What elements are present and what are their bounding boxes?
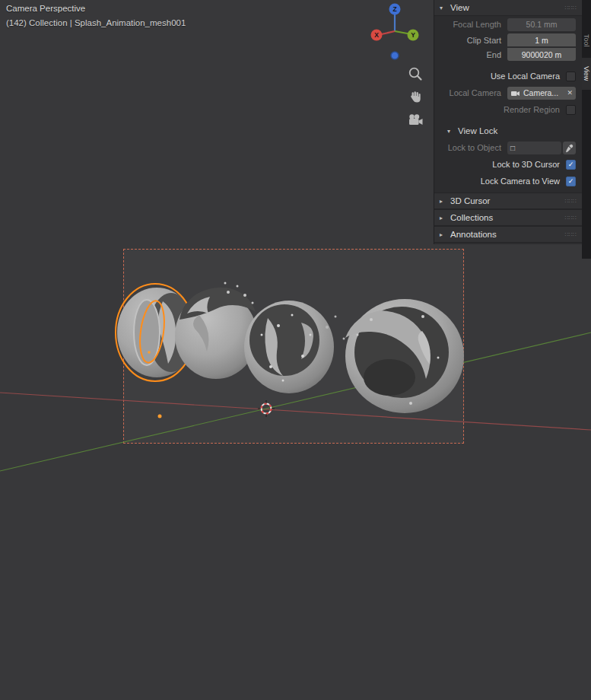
panel-drag-grip-icon[interactable]: ∷∷∷ <box>565 231 577 238</box>
view-lock-title: View Lock <box>458 126 497 135</box>
focal-length-label: Focal Length <box>440 20 501 29</box>
use-local-camera-checkbox[interactable] <box>566 72 576 81</box>
clip-end-label: End <box>440 50 501 59</box>
collections-panel-title: Collections <box>450 213 493 222</box>
panel-closed-icon: ▸ <box>440 198 446 205</box>
focal-length-field[interactable]: 50.1 mm <box>507 18 576 31</box>
camera-data-icon <box>510 89 520 97</box>
render-region-checkbox[interactable] <box>566 105 576 115</box>
lock-to-3d-cursor-row: Lock to 3D Cursor ✓ <box>434 156 582 173</box>
check-icon: ✓ <box>568 178 574 185</box>
annotations-panel-header[interactable]: ▸ Annotations ∷∷∷ <box>434 226 582 243</box>
n-panel-sidebar: ▾ View ∷∷∷ Focal Length 50.1 mm Clip Sta… <box>434 0 582 244</box>
navigation-gizmo[interactable]: Z X Y <box>369 2 422 64</box>
eyedropper-icon <box>564 143 574 153</box>
local-camera-value: Camera... <box>523 88 564 97</box>
render-region-label: Render Region <box>440 105 560 114</box>
tab-view[interactable]: View <box>582 58 591 90</box>
camera-frame-border[interactable] <box>123 249 464 444</box>
3d-cursor-panel-header[interactable]: ▸ 3D Cursor ∷∷∷ <box>434 192 582 209</box>
active-object-label: (142) Collection | Splash_Animation_mesh… <box>6 16 186 30</box>
clip-end-field[interactable]: 9000020 m <box>507 48 576 61</box>
3d-cursor-panel-title: 3D Cursor <box>450 196 490 205</box>
tab-view-label: View <box>583 66 590 81</box>
clip-start-field[interactable]: 1 m <box>507 33 576 46</box>
local-camera-row: Local Camera Camera... ✕ <box>434 84 582 101</box>
zoom-icon[interactable] <box>407 65 424 82</box>
lock-camera-to-view-checkbox[interactable]: ✓ <box>566 177 576 186</box>
panel-closed-icon: ▸ <box>440 215 446 221</box>
use-local-camera-row: Use Local Camera <box>434 68 582 84</box>
gizmo-x-label: X <box>374 31 379 39</box>
lock-to-3d-cursor-checkbox[interactable]: ✓ <box>566 160 576 170</box>
viewport-controls <box>407 65 424 129</box>
object-placeholder-icon: □ <box>510 144 515 152</box>
lock-to-3d-cursor-label: Lock to 3D Cursor <box>440 160 560 169</box>
local-camera-label: Local Camera <box>440 88 501 97</box>
view-panel-header[interactable]: ▾ View ∷∷∷ <box>434 0 582 16</box>
local-camera-field[interactable]: Camera... ✕ <box>507 87 576 100</box>
lock-to-object-label: Lock to Object <box>440 143 501 152</box>
gizmo-negative-z-axis[interactable] <box>391 52 399 59</box>
use-local-camera-label: Use Local Camera <box>440 72 560 81</box>
clear-icon[interactable]: ✕ <box>567 89 573 97</box>
tab-tool-label: Tool <box>583 34 590 47</box>
viewport-header-text: Camera Perspective (142) Collection | Sp… <box>6 2 186 30</box>
clip-start-label: Clip Start <box>440 36 501 45</box>
panel-closed-icon: ▸ <box>440 231 446 238</box>
pan-hand-icon[interactable] <box>407 89 424 106</box>
lock-to-object-row: Lock to Object □ <box>434 139 582 156</box>
clip-end-row: End 9000020 m <box>434 47 582 62</box>
eyedropper-button[interactable] <box>563 142 576 154</box>
focal-length-row: Focal Length 50.1 mm <box>434 16 582 33</box>
gizmo-y-label: Y <box>411 31 415 39</box>
view-lock-subpanel-header[interactable]: ▾ View Lock <box>434 123 582 139</box>
render-region-row: Render Region <box>434 101 582 118</box>
tab-tool[interactable]: Tool <box>582 26 591 55</box>
gizmo-z-label: Z <box>392 5 396 13</box>
panel-drag-grip-icon[interactable]: ∷∷∷ <box>565 215 577 221</box>
panel-drag-grip-icon[interactable]: ∷∷∷ <box>565 198 577 205</box>
check-icon: ✓ <box>568 161 574 168</box>
clip-start-row: Clip Start 1 m <box>434 33 582 47</box>
view-name-label: Camera Perspective <box>6 2 186 16</box>
blender-3d-viewport: Camera Perspective (142) Collection | Sp… <box>0 0 591 700</box>
panel-open-icon: ▾ <box>440 5 446 11</box>
view-panel-title: View <box>450 3 469 12</box>
panel-open-icon: ▾ <box>447 128 453 135</box>
lock-camera-to-view-row: Lock Camera to View ✓ <box>434 173 582 189</box>
annotations-panel-title: Annotations <box>450 230 497 239</box>
lock-camera-to-view-label: Lock Camera to View <box>440 177 560 186</box>
lock-to-object-field[interactable]: □ <box>507 142 561 154</box>
collections-panel-header[interactable]: ▸ Collections ∷∷∷ <box>434 209 582 226</box>
panel-drag-grip-icon[interactable]: ∷∷∷ <box>565 5 577 11</box>
camera-view-icon[interactable] <box>407 113 424 129</box>
